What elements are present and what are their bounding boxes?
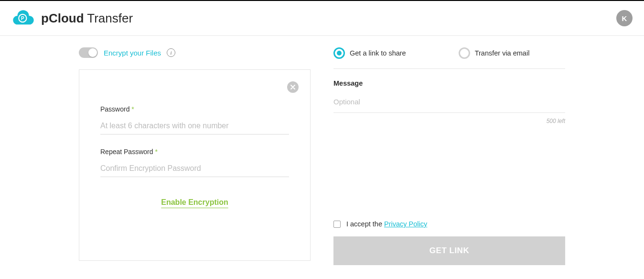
privacy-text: I accept the Privacy Policy [346,220,427,228]
required-marker: * [155,148,157,156]
password-field: Password * [100,105,289,134]
privacy-policy-link[interactable]: Privacy Policy [384,220,427,228]
repeat-password-input[interactable] [100,160,289,177]
message-input[interactable] [333,95,565,113]
password-label: Password * [100,105,289,113]
toggle-knob [88,48,97,57]
radio-unselected-icon [459,47,470,59]
svg-text:P: P [21,16,24,21]
brand-text: pCloud Transfer [41,11,133,26]
message-label: Message [333,79,565,87]
user-avatar[interactable]: K [616,10,633,26]
close-icon[interactable] [287,81,299,93]
chars-remaining: 500 left [333,118,565,124]
repeat-password-field: Repeat Password * [100,148,289,177]
option-email-label: Transfer via email [475,49,530,57]
privacy-checkbox[interactable] [333,221,341,228]
password-input[interactable] [100,118,289,134]
main-content: Encrypt your Files i Password * Repeat P… [71,36,573,279]
transfer-mode-row: Get a link to share Transfer via email [333,47,565,69]
option-link-label: Get a link to share [350,49,406,57]
required-marker: * [131,105,134,113]
pcloud-logo-icon: P [11,9,35,28]
message-section: Message 500 left [333,79,565,124]
repeat-password-label: Repeat Password * [100,148,289,156]
option-email[interactable]: Transfer via email [459,47,530,59]
submit-section: I accept the Privacy Policy GET LINK [333,220,565,265]
encrypt-panel: Password * Repeat Password * Enable Encr… [79,69,311,261]
encrypt-label: Encrypt your Files [104,49,161,57]
encrypt-toggle-row: Encrypt your Files i [79,47,311,58]
brand[interactable]: P pCloud Transfer [11,9,133,28]
get-link-button[interactable]: GET LINK [333,236,565,265]
top-bar: P pCloud Transfer K [0,0,644,36]
left-column: Encrypt your Files i Password * Repeat P… [79,47,311,265]
info-icon[interactable]: i [167,48,175,57]
right-column: Get a link to share Transfer via email M… [333,47,565,265]
option-link[interactable]: Get a link to share [333,47,406,59]
radio-selected-icon [333,47,345,59]
enable-encryption-button[interactable]: Enable Encryption [161,198,228,207]
encrypt-toggle[interactable] [79,47,98,58]
privacy-accept-row: I accept the Privacy Policy [333,220,565,228]
